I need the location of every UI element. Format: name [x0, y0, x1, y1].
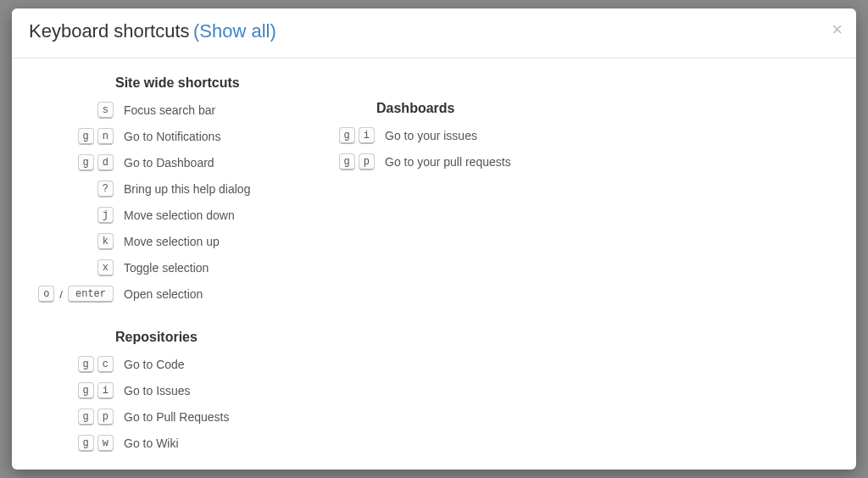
shortcut-desc: Move selection down — [124, 208, 235, 222]
key-w: w — [97, 435, 114, 452]
key-g: g — [78, 154, 94, 171]
shortcut-keys: g p — [326, 153, 375, 170]
shortcut-desc: Bring up this help dialog — [124, 182, 250, 196]
section-title-dashboards: Dashboards — [376, 101, 597, 116]
shortcut-desc: Open selection — [124, 287, 203, 301]
shortcut-row: g n Go to Notifications — [29, 124, 300, 149]
shortcut-keys: g i — [29, 382, 114, 399]
dialog-body: Site wide shortcuts s Focus search bar g… — [12, 58, 856, 465]
shortcut-desc: Toggle selection — [124, 261, 209, 275]
key-n: n — [97, 128, 114, 145]
key-s: s — [97, 102, 114, 119]
shortcut-row: g w Go to Wiki — [29, 431, 300, 456]
shortcut-keys: g w — [29, 435, 114, 452]
key-g: g — [78, 435, 94, 452]
key-g: g — [78, 382, 94, 399]
key-i: i — [97, 382, 114, 399]
shortcut-keys: g i — [326, 127, 375, 144]
dialog-title: Keyboard shortcuts — [29, 20, 190, 42]
close-icon: × — [832, 19, 843, 40]
key-k: k — [97, 233, 114, 250]
section-title-sitewide: Site wide shortcuts — [115, 75, 300, 91]
shortcut-desc: Go to Wiki — [124, 436, 179, 450]
shortcut-desc: Focus search bar — [124, 103, 215, 117]
key-c: c — [97, 356, 114, 373]
key-p: p — [359, 153, 375, 170]
shortcut-row: g d Go to Dashboard — [29, 150, 300, 175]
column-left: Site wide shortcuts s Focus search bar g… — [29, 70, 300, 457]
shortcut-desc: Go to Notifications — [124, 130, 220, 143]
show-all-link[interactable]: (Show all) — [193, 20, 276, 42]
shortcut-row: k Move selection up — [29, 229, 300, 254]
shortcut-keys: o / enter — [29, 286, 114, 303]
key-g: g — [339, 127, 355, 144]
key-d: d — [97, 154, 114, 171]
shortcut-row: x Toggle selection — [29, 255, 300, 281]
shortcut-desc: Go to Issues — [124, 384, 191, 397]
key-g: g — [78, 356, 94, 373]
shortcut-row: j Move selection down — [29, 203, 300, 228]
shortcut-row: g p Go to Pull Requests — [29, 404, 300, 430]
shortcut-row: g i Go to Issues — [29, 378, 300, 403]
shortcut-desc: Go to Dashboard — [124, 156, 214, 170]
shortcut-desc: Move selection up — [124, 235, 220, 248]
key-enter: enter — [68, 286, 114, 303]
key-x: x — [97, 259, 114, 276]
shortcut-keys: ? — [29, 181, 114, 197]
key-j: j — [97, 207, 114, 224]
shortcut-row: ? Bring up this help dialog — [29, 176, 300, 202]
shortcut-row: o / enter Open selection — [29, 281, 300, 307]
dialog-header: Keyboard shortcuts (Show all) × — [12, 8, 856, 58]
shortcut-keys: j — [29, 207, 114, 224]
shortcut-row: g c Go to Code — [29, 352, 300, 377]
close-button[interactable]: × — [832, 20, 843, 39]
shortcut-keys: k — [29, 233, 114, 250]
shortcut-keys: g d — [29, 154, 114, 171]
key-i: i — [359, 127, 375, 144]
key-question: ? — [97, 181, 114, 197]
shortcut-row: g p Go to your pull requests — [326, 149, 597, 175]
column-right: Dashboards g i Go to your issues g p Go … — [326, 70, 597, 457]
shortcut-desc: Go to your issues — [385, 129, 477, 142]
key-g: g — [78, 409, 94, 425]
key-g: g — [339, 153, 355, 170]
key-separator: / — [58, 288, 64, 301]
shortcut-row: g i Go to your issues — [326, 123, 597, 148]
keyboard-shortcuts-dialog: Keyboard shortcuts (Show all) × Site wid… — [12, 8, 856, 470]
shortcut-desc: Go to Pull Requests — [124, 410, 230, 424]
shortcut-keys: s — [29, 102, 114, 119]
key-p: p — [97, 409, 114, 425]
shortcut-keys: x — [29, 259, 114, 276]
shortcut-keys: g p — [29, 409, 114, 425]
shortcut-desc: Go to Code — [124, 358, 185, 371]
shortcut-keys: g n — [29, 128, 114, 145]
shortcut-keys: g c — [29, 356, 114, 373]
key-o: o — [38, 286, 54, 303]
shortcut-desc: Go to your pull requests — [385, 155, 511, 169]
spacer — [326, 70, 597, 96]
section-title-repositories: Repositories — [115, 330, 300, 345]
key-g: g — [78, 128, 94, 145]
shortcut-row: s Focus search bar — [29, 97, 300, 123]
spacer — [29, 308, 300, 325]
